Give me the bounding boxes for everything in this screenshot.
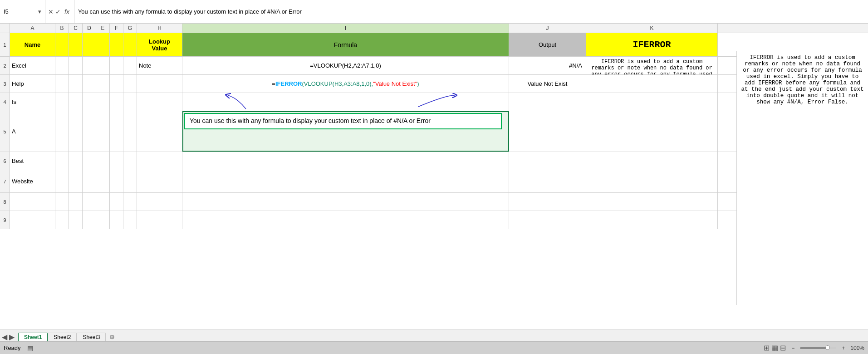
cell-i2[interactable]: =VLOOKUP(H2,A2:A7,1,0) (182, 57, 509, 74)
col-header-a[interactable]: A (10, 24, 55, 33)
cell-f4[interactable] (110, 93, 123, 111)
cell-k5[interactable] (586, 111, 718, 152)
cell-k6[interactable] (586, 152, 718, 170)
cell-a4[interactable]: Is (10, 93, 55, 111)
cell-c4[interactable] (69, 93, 83, 111)
tab-nav-prev[interactable]: ◀ (2, 333, 7, 341)
cell-a9[interactable] (10, 211, 55, 229)
cell-i6[interactable] (182, 152, 509, 170)
col-header-b[interactable]: B (55, 24, 69, 33)
cell-d1[interactable] (83, 33, 96, 56)
cell-f5[interactable] (110, 111, 123, 152)
name-box-dropdown-icon[interactable]: ▾ (38, 8, 41, 15)
cell-a8[interactable] (10, 193, 55, 211)
cell-i7[interactable] (182, 170, 509, 192)
zoom-slider[interactable] (800, 347, 836, 349)
cell-i3[interactable]: =IFERROR(VLOOKUP(H3,A3:A8,1,0),"Value No… (182, 75, 509, 93)
col-header-i[interactable]: I (182, 24, 509, 33)
col-header-j[interactable]: J (509, 24, 586, 33)
col-header-d[interactable]: D (83, 24, 96, 33)
col-header-h[interactable]: H (137, 24, 182, 33)
cell-c6[interactable] (69, 152, 83, 170)
cell-i4[interactable] (182, 93, 509, 111)
cell-b4[interactable] (55, 93, 69, 111)
col-header-k[interactable]: K (586, 24, 718, 33)
cell-e7[interactable] (96, 170, 110, 192)
cell-c8[interactable] (69, 193, 83, 211)
cell-a7[interactable]: Website (10, 170, 55, 192)
cell-a6[interactable]: Best (10, 152, 55, 170)
cell-h4[interactable] (137, 93, 182, 111)
col-header-f[interactable]: F (110, 24, 123, 33)
confirm-icon[interactable]: ✓ (55, 8, 61, 15)
cell-a2[interactable]: Excel (10, 57, 55, 74)
cell-c5[interactable] (69, 111, 83, 152)
cell-b8[interactable] (55, 193, 69, 211)
cell-g2[interactable] (123, 57, 137, 74)
cell-k8[interactable] (586, 193, 718, 211)
cell-g7[interactable] (123, 170, 137, 192)
cell-j7[interactable] (509, 170, 586, 192)
cell-i1[interactable]: Formula (182, 33, 509, 56)
cell-c3[interactable] (69, 75, 83, 93)
col-header-e[interactable]: E (96, 24, 110, 33)
cell-h5[interactable] (137, 111, 182, 152)
cell-k1[interactable]: IFERROR (586, 33, 718, 56)
cell-j2[interactable]: #N/A (509, 57, 586, 74)
cell-e9[interactable] (96, 211, 110, 229)
cell-i5[interactable]: You can use this with any formula to dis… (182, 111, 509, 152)
cell-k9[interactable] (586, 211, 718, 229)
cell-g9[interactable] (123, 211, 137, 229)
cell-c1[interactable] (69, 33, 83, 56)
cell-j4[interactable] (509, 93, 586, 111)
normal-view-icon[interactable]: ⊞ (764, 344, 770, 352)
cell-h2[interactable]: Note (137, 57, 182, 74)
cell-a1[interactable]: Name (10, 33, 55, 56)
cancel-icon[interactable]: ✕ (48, 8, 54, 15)
cell-a5[interactable]: A (10, 111, 55, 152)
page-layout-icon[interactable]: ▤ (27, 344, 33, 352)
sheet-tab-add[interactable]: ⊕ (108, 332, 117, 341)
cell-f8[interactable] (110, 193, 123, 211)
col-header-g[interactable]: G (123, 24, 137, 33)
cell-i8[interactable] (182, 193, 509, 211)
cell-g8[interactable] (123, 193, 137, 211)
cell-d7[interactable] (83, 170, 96, 192)
cell-k3[interactable] (586, 75, 718, 93)
cell-b7[interactable] (55, 170, 69, 192)
cell-k2[interactable]: IFERROR is used to add a custom remarks … (586, 57, 718, 74)
cell-j1[interactable]: Output (509, 33, 586, 56)
cell-d2[interactable] (83, 57, 96, 74)
cell-e2[interactable] (96, 57, 110, 74)
cell-f2[interactable] (110, 57, 123, 74)
cell-f6[interactable] (110, 152, 123, 170)
cell-e3[interactable] (96, 75, 110, 93)
cell-d4[interactable] (83, 93, 96, 111)
cell-b2[interactable] (55, 57, 69, 74)
cell-f7[interactable] (110, 170, 123, 192)
formula-input[interactable]: You can use this with any formula to dis… (74, 0, 868, 23)
cell-f9[interactable] (110, 211, 123, 229)
cell-c7[interactable] (69, 170, 83, 192)
cell-e4[interactable] (96, 93, 110, 111)
cell-h8[interactable] (137, 193, 182, 211)
cell-d5[interactable] (83, 111, 96, 152)
cell-e6[interactable] (96, 152, 110, 170)
page-break-view-icon[interactable]: ⊟ (780, 344, 786, 352)
cell-g1[interactable] (123, 33, 137, 56)
cell-k4[interactable] (586, 93, 718, 111)
cell-e8[interactable] (96, 193, 110, 211)
cell-h9[interactable] (137, 211, 182, 229)
cell-b5[interactable] (55, 111, 69, 152)
cell-i9[interactable] (182, 211, 509, 229)
cell-d3[interactable] (83, 75, 96, 93)
sheet-tab-sheet2[interactable]: Sheet2 (48, 333, 77, 341)
name-box[interactable]: I5 ▾ (0, 0, 45, 23)
cell-h1[interactable]: Lookup Value (137, 33, 182, 56)
cell-d8[interactable] (83, 193, 96, 211)
cell-f3[interactable] (110, 75, 123, 93)
sheet-tab-sheet1[interactable]: Sheet1 (18, 333, 48, 341)
cell-b6[interactable] (55, 152, 69, 170)
cell-b9[interactable] (55, 211, 69, 229)
cell-k7[interactable] (586, 170, 718, 192)
